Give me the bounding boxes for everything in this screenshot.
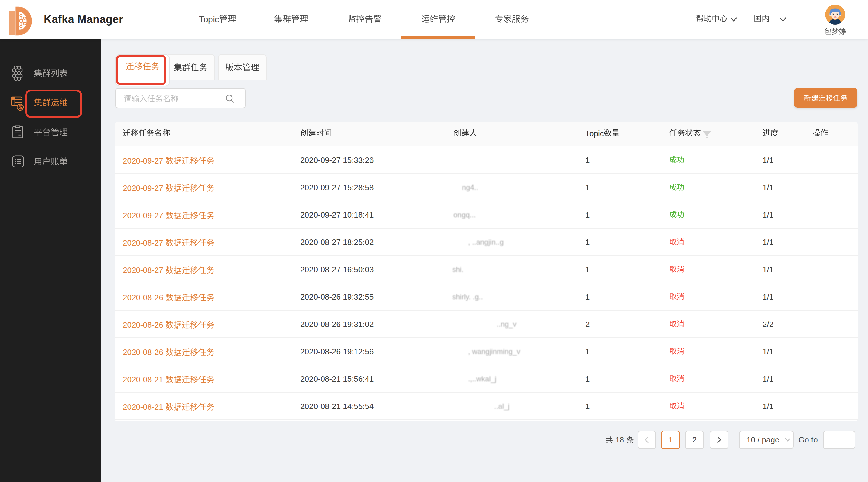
svg-text:$: $ [19, 104, 22, 110]
